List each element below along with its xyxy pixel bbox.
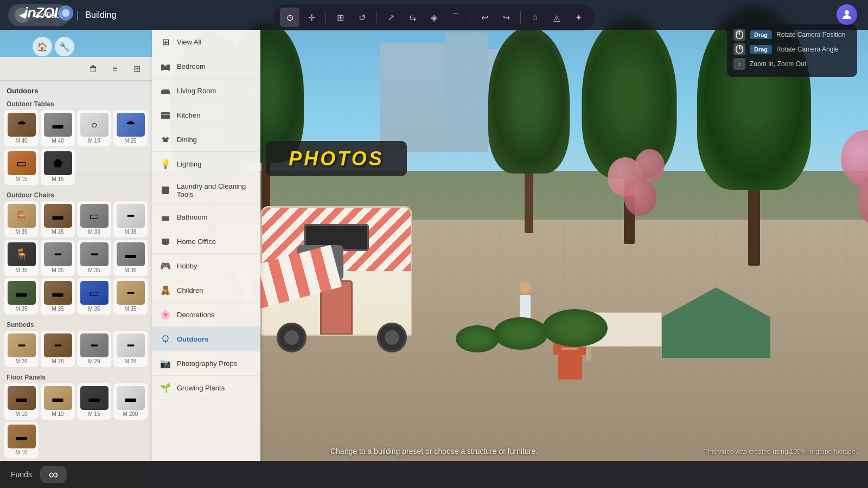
chair-item-5[interactable]: 🪑 M 35 — [4, 240, 39, 276]
living-room-icon — [159, 85, 171, 97]
svg-point-0 — [845, 10, 849, 15]
outdoors-icon — [159, 333, 171, 345]
chair-item-4[interactable]: ━ M 38 — [113, 201, 148, 237]
chair-item-9[interactable]: ▬ M 35 — [4, 278, 39, 314]
floor-price-5: M 10 — [15, 450, 27, 455]
chair-item-6[interactable]: ━ M 35 — [41, 240, 75, 276]
svg-point-18 — [165, 113, 167, 114]
sunbed-item-4[interactable]: ━ M 28 — [113, 331, 148, 367]
cat-children[interactable]: 🧸 Children — [152, 278, 260, 303]
svg-rect-20 — [163, 137, 164, 139]
chair-item-3[interactable]: ▭ M 33 — [77, 201, 111, 237]
tool-layers[interactable]: ◬ — [547, 8, 566, 27]
floor-thumb-5: ▬ — [8, 425, 36, 448]
floor-item-1[interactable]: ▬ M 10 — [4, 383, 39, 420]
laundry-icon — [159, 184, 171, 196]
panel-tools-btn[interactable]: 🔧 — [55, 37, 74, 56]
floor-thumb-3: ▬ — [80, 386, 108, 410]
table-item-3[interactable]: ○ M 15 — [77, 110, 111, 146]
chair-thumb-11: ▭ — [80, 281, 108, 305]
sunbed-item-2[interactable]: ━ M 28 — [41, 331, 75, 367]
tool-move[interactable]: ✛ — [302, 8, 321, 27]
svg-rect-12 — [162, 89, 169, 94]
sunbed-price-2: M 28 — [52, 358, 63, 364]
cat-children-label: Children — [177, 286, 203, 294]
cam-ctrl-rotate-angle: Drag Rotate Camera Angle — [733, 43, 851, 55]
category-menu: ⊞ View All Bedroom Living Room Kitchen D… — [152, 30, 260, 461]
tool-grid[interactable]: ⊞ — [330, 8, 350, 27]
cat-laundry-label: Laundry and Cleaning Tools — [177, 182, 253, 198]
cat-bathroom[interactable]: Bathroom — [152, 205, 260, 229]
cat-bedroom[interactable]: Bedroom — [152, 54, 260, 79]
tool-arrow[interactable]: ↗ — [381, 8, 400, 27]
table-item-4[interactable]: ☂ M 25 — [113, 110, 148, 146]
panel-tools-bar: 🗑 ≡ ⊞ — [0, 57, 152, 81]
cat-view-all[interactable]: ⊞ View All — [152, 30, 260, 54]
cat-lighting[interactable]: 💡 Lighting — [152, 152, 260, 176]
sunbed-item-3[interactable]: ━ M 29 — [77, 331, 111, 367]
chair-item-11[interactable]: ▭ M 35 — [77, 278, 111, 314]
outdoor-tables-grid: ☂ M 40 ▬ M 40 ○ M 15 ☂ M 25 ▭ M 15 ⬟ M 1… — [0, 110, 152, 189]
sort-btn[interactable]: ≡ — [106, 60, 124, 78]
chair-price-5: M 35 — [15, 267, 27, 273]
floor-thumb-4: ▬ — [117, 386, 145, 410]
svg-rect-13 — [161, 91, 163, 94]
panel-section-sunbeds: Sunbeds — [0, 319, 152, 331]
tool-stamp[interactable]: ◈ — [424, 8, 444, 27]
cat-decorations[interactable]: 🌸 Decorations — [152, 303, 260, 327]
chair-item-10[interactable]: ▬ M 35 — [41, 278, 75, 314]
rotate-angle-label: Rotate Camera Angle — [776, 46, 839, 53]
tool-rotate[interactable]: ↺ — [352, 8, 372, 27]
chair-thumb-9: ▬ — [8, 281, 36, 305]
cat-growing-plants[interactable]: 🌱 Growing Plants — [152, 376, 260, 400]
tool-undo[interactable]: ↩ — [475, 8, 494, 27]
chair-item-7[interactable]: ━ M 35 — [77, 240, 111, 276]
scroll-icon: ↕ — [733, 58, 745, 70]
floor-item-5[interactable]: ▬ M 10 — [4, 422, 39, 458]
cat-living-room[interactable]: Living Room — [152, 79, 260, 103]
chair-item-8[interactable]: ▬ M 35 — [113, 240, 148, 276]
nav-title: Building — [85, 10, 116, 20]
floor-item-2[interactable]: ▬ M 10 — [41, 383, 75, 420]
user-avatar[interactable] — [837, 4, 857, 25]
floor-item-3[interactable]: ▬ M 15 — [77, 383, 111, 420]
tool-home[interactable]: ⌂ — [525, 8, 545, 27]
chair-item-2[interactable]: ▬ M 35 — [41, 201, 75, 237]
tool-redo[interactable]: ↪ — [496, 8, 516, 27]
cat-kitchen[interactable]: Kitchen — [152, 103, 260, 127]
tree-right-2 — [488, 27, 570, 233]
market-tent — [662, 287, 770, 358]
chair-item-12[interactable]: ━ M 35 — [113, 278, 148, 314]
tool-options[interactable]: ✦ — [569, 8, 588, 27]
delete-btn[interactable]: 🗑 — [85, 60, 102, 78]
floor-thumb-1: ▬ — [8, 386, 36, 410]
floor-item-4[interactable]: ▬ M 200 — [113, 383, 148, 420]
chair-thumb-7: ━ — [80, 242, 108, 266]
tool-select[interactable]: ⊙ — [280, 8, 299, 27]
table-item-2[interactable]: ▬ M 40 — [41, 110, 75, 146]
tool-lasso[interactable]: ⌒ — [446, 8, 465, 27]
cat-dining[interactable]: Dining — [152, 127, 260, 152]
chair-item-1[interactable]: 🪑 M 35 — [4, 201, 39, 237]
tool-mirror[interactable]: ⇆ — [403, 8, 422, 27]
table-item-1[interactable]: ☂ M 40 — [4, 110, 39, 146]
svg-point-17 — [163, 113, 164, 114]
table-price-2: M 40 — [52, 138, 63, 144]
cat-hobby[interactable]: 🎮 Hobby — [152, 254, 260, 278]
panel-section-floor-panels: Floor Panels — [0, 371, 152, 383]
sunbed-thumb-1: ━ — [8, 333, 36, 357]
panel-home-btn[interactable]: 🏠 — [33, 37, 52, 56]
floor-price-4: M 200 — [123, 411, 138, 417]
filter-btn[interactable]: ⊞ — [128, 60, 145, 78]
cat-home-office[interactable]: Home Office — [152, 229, 260, 254]
sunbed-item-1[interactable]: ━ M 26 — [4, 331, 39, 367]
floor-price-3: M 15 — [88, 411, 100, 417]
cat-photo-props[interactable]: 📷 Photography Props — [152, 351, 260, 376]
cat-laundry[interactable]: Laundry and Cleaning Tools — [152, 176, 260, 205]
svg-rect-14 — [168, 91, 170, 94]
table-item-6[interactable]: ⬟ M 15 — [41, 149, 75, 185]
table-item-5[interactable]: ▭ M 15 — [4, 149, 39, 185]
sunbed-price-4: M 28 — [124, 358, 136, 364]
view-all-icon: ⊞ — [159, 36, 171, 48]
cat-outdoors[interactable]: Outdoors — [152, 327, 260, 351]
